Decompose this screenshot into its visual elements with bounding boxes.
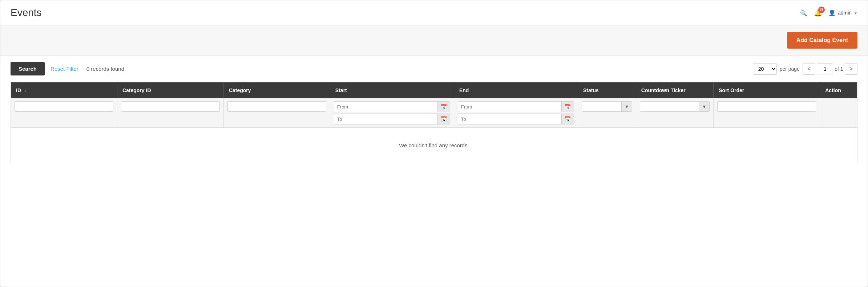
search-icon [800, 9, 807, 17]
start-from-wrapper: 📅 [334, 101, 450, 112]
table-header-row: ID ↓ Category ID Category Start End Stat… [11, 82, 857, 99]
header-actions: 39 admin [800, 9, 857, 17]
search-button-action[interactable]: Search [11, 62, 45, 75]
col-start[interactable]: Start [330, 82, 454, 99]
page-header: Events 39 admin [0, 0, 868, 25]
col-action[interactable]: Action [820, 82, 857, 99]
records-count: 0 [86, 66, 89, 72]
filter-countdown-ticker: Yes No ▼ [636, 98, 714, 128]
per-page-dropdown[interactable]: 20 50 100 [753, 63, 777, 75]
notification-button[interactable]: 39 [814, 9, 822, 17]
no-records-message: We couldn't find any records. [11, 128, 857, 163]
col-sort-order[interactable]: Sort Order [714, 82, 820, 99]
per-page-select: 20 50 100 [753, 63, 777, 75]
start-from-input[interactable] [334, 102, 437, 112]
page-total: of 1 [835, 66, 843, 72]
status-filter-wrapper: Active Inactive ▼ [582, 101, 632, 112]
status-filter-select[interactable]: Active Inactive [582, 102, 621, 111]
records-found-text: 0 records found [86, 66, 124, 72]
records-found-label: records found [91, 66, 124, 72]
toolbar-section: Add Catalog Event [0, 25, 868, 56]
table-container: ID ↓ Category ID Category Start End Stat… [0, 82, 868, 173]
page-number-input[interactable] [817, 63, 833, 74]
chevron-left-icon [807, 66, 811, 72]
end-date-filter: 📅 📅 [458, 101, 574, 124]
id-filter-input[interactable] [15, 101, 113, 112]
end-to-calendar-button[interactable]: 📅 [561, 114, 574, 124]
filter-sort-order [714, 98, 820, 128]
filter-action [820, 98, 857, 128]
chevron-right-icon [849, 66, 853, 72]
search-button[interactable] [800, 9, 807, 17]
col-status[interactable]: Status [578, 82, 636, 99]
add-catalog-event-button[interactable]: Add Catalog Event [787, 32, 857, 49]
user-menu-button[interactable]: admin [828, 9, 857, 16]
table-filter-row: 📅 📅 [11, 98, 857, 128]
sort-order-filter-input[interactable] [717, 101, 816, 112]
filter-start: 📅 📅 [330, 98, 454, 128]
category-filter-input[interactable] [227, 101, 326, 112]
col-id[interactable]: ID ↓ [11, 82, 117, 99]
pagination-area: 20 50 100 per page of 1 [753, 63, 857, 75]
status-select-arrow-icon: ▼ [621, 102, 632, 111]
start-date-filter: 📅 📅 [334, 101, 450, 124]
start-to-calendar-button[interactable]: 📅 [437, 114, 450, 124]
per-page-label: per page [780, 66, 800, 72]
end-from-calendar-button[interactable]: 📅 [561, 102, 574, 112]
page-navigation: of 1 [803, 63, 857, 75]
prev-page-button[interactable] [803, 63, 815, 75]
start-from-calendar-button[interactable]: 📅 [437, 102, 450, 112]
reset-filter-button[interactable]: Reset Filter [51, 66, 78, 72]
start-to-input[interactable] [334, 114, 437, 124]
chevron-down-icon [854, 10, 857, 16]
user-icon [828, 9, 836, 16]
next-page-button[interactable] [845, 63, 857, 75]
calendar-icon: 📅 [441, 116, 447, 122]
sort-icon: ↓ [24, 88, 26, 93]
search-bar: Search Reset Filter 0 records found 20 5… [0, 56, 868, 82]
filter-status: Active Inactive ▼ [578, 98, 636, 128]
category-id-filter-input[interactable] [121, 101, 220, 112]
calendar-icon: 📅 [441, 104, 447, 110]
calendar-icon: 📅 [565, 104, 571, 110]
filter-end: 📅 📅 [454, 98, 578, 128]
filter-category [223, 98, 330, 128]
col-countdown-ticker[interactable]: Countdown Ticker [636, 82, 714, 99]
filter-id [11, 98, 117, 128]
no-records-row: We couldn't find any records. [11, 128, 857, 163]
end-to-input[interactable] [458, 114, 561, 124]
notification-badge: 39 [818, 7, 825, 13]
col-category[interactable]: Category [223, 82, 330, 99]
end-from-input[interactable] [458, 102, 561, 112]
filter-category-id [117, 98, 223, 128]
events-table: ID ↓ Category ID Category Start End Stat… [11, 82, 857, 163]
col-end[interactable]: End [454, 82, 578, 99]
col-category-id[interactable]: Category ID [117, 82, 223, 99]
user-label: admin [838, 10, 852, 16]
page-title: Events [11, 7, 42, 19]
start-to-wrapper: 📅 [334, 114, 450, 124]
calendar-icon: 📅 [565, 116, 571, 122]
end-to-wrapper: 📅 [458, 114, 574, 124]
countdown-filter-select[interactable]: Yes No [640, 102, 699, 111]
countdown-select-arrow-icon: ▼ [699, 102, 709, 111]
countdown-filter-wrapper: Yes No ▼ [640, 101, 710, 112]
end-from-wrapper: 📅 [458, 101, 574, 112]
